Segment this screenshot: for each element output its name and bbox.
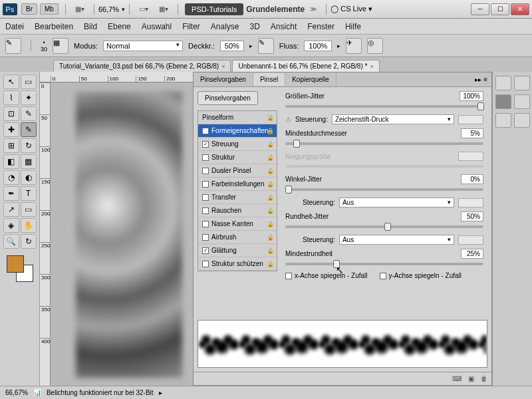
min-diameter-value[interactable]: 5% xyxy=(461,128,483,138)
arrange-icon[interactable]: ▦▾ xyxy=(159,5,168,13)
list-item[interactable]: ✓Formeigenschaften🔒 xyxy=(198,124,277,138)
tool-preset-icon[interactable]: ✎ xyxy=(5,38,21,54)
document-tab-1[interactable]: Tutorial_Variante_03.psd bei 66,7% (Eben… xyxy=(53,60,231,72)
tab-pinselvorgaben[interactable]: Pinselvorgaben xyxy=(194,73,253,86)
type-tool[interactable]: T xyxy=(21,186,37,201)
control-select[interactable]: Aus xyxy=(339,198,454,207)
dock-icon[interactable] xyxy=(495,113,511,128)
menu-auswahl[interactable]: Auswahl xyxy=(142,22,172,31)
toggle-preview-icon[interactable]: ⌨ xyxy=(452,375,462,382)
close-icon[interactable]: × xyxy=(221,63,225,70)
dock-icon[interactable] xyxy=(514,113,530,128)
menu-ansicht[interactable]: Ansicht xyxy=(271,22,297,31)
move-tool[interactable]: ↖ xyxy=(3,74,19,89)
workspace-tag[interactable]: PSD-Tutorials xyxy=(185,3,243,15)
preset-button[interactable]: Pinselvorgaben xyxy=(198,91,258,105)
flow-value[interactable]: 100% xyxy=(304,41,332,51)
list-item[interactable]: Nasse Kanten🔒 xyxy=(198,217,277,231)
tab-pinsel[interactable]: Pinsel xyxy=(253,73,285,86)
minibridge-button[interactable]: Mb xyxy=(40,3,59,15)
menu-bild[interactable]: Bild xyxy=(84,22,97,31)
brush-panel-toggle-icon[interactable]: ▦ xyxy=(53,38,68,54)
list-item[interactable]: Pinselform🔒 xyxy=(198,111,277,124)
blur-tool[interactable]: ◔ xyxy=(3,170,19,185)
zoom-level[interactable]: 66,7% xyxy=(98,5,119,13)
list-item[interactable]: ✓Streuung🔒 xyxy=(198,138,277,151)
wand-tool[interactable]: ✦ xyxy=(21,90,37,105)
zoom-tool[interactable]: 🔍 xyxy=(3,234,19,249)
color-swatch[interactable] xyxy=(7,255,33,282)
menu-bearbeiten[interactable]: Bearbeiten xyxy=(35,22,73,31)
angle-jitter-value[interactable]: 0% xyxy=(461,174,483,184)
status-zoom[interactable]: 66,67% xyxy=(5,389,28,396)
marquee-tool[interactable]: ▭ xyxy=(21,74,37,89)
brush-tool[interactable]: ✎ xyxy=(21,122,37,137)
close-button[interactable]: ✕ xyxy=(511,3,529,15)
list-item[interactable]: Farbeinstellungen🔒 xyxy=(198,178,277,191)
status-arrow-icon[interactable]: ▸ xyxy=(159,389,162,396)
rotate-tool[interactable]: ↻ xyxy=(21,234,37,249)
menu-3d[interactable]: 3D xyxy=(250,22,260,31)
heal-tool[interactable]: ✚ xyxy=(3,122,19,137)
size-jitter-slider[interactable] xyxy=(285,105,483,108)
list-item[interactable]: Dualer Pinsel🔒 xyxy=(198,164,277,178)
path-select-tool[interactable]: ↗ xyxy=(3,202,19,217)
list-item[interactable]: Struktur🔒 xyxy=(198,151,277,164)
panel-collapse-icon[interactable]: ▸▸ ≡ xyxy=(471,76,491,83)
tablet-opacity-icon[interactable]: ✎ xyxy=(258,38,274,54)
screen-mode-icon[interactable]: ▦▾ xyxy=(75,5,84,13)
cslive-button[interactable]: ◯ CS Live ▾ xyxy=(331,5,372,13)
dodge-tool[interactable]: ◐ xyxy=(21,170,37,185)
menu-fenster[interactable]: Fenster xyxy=(307,22,334,31)
flip-x-checkbox[interactable] xyxy=(285,273,292,279)
min-diameter-slider[interactable] xyxy=(285,142,483,145)
dock-icon[interactable] xyxy=(514,76,530,90)
menu-hilfe[interactable]: Hilfe xyxy=(345,22,361,31)
pen-tool[interactable]: ✒ xyxy=(3,186,19,201)
control-select[interactable]: Aus xyxy=(339,235,454,245)
list-item[interactable]: Rauschen🔒 xyxy=(198,204,277,217)
list-item[interactable]: Transfer🔒 xyxy=(198,191,277,204)
min-roundness-slider[interactable] xyxy=(285,263,483,265)
gradient-tool[interactable]: ▦ xyxy=(21,154,37,169)
menu-filter[interactable]: Filter xyxy=(182,22,200,31)
close-icon[interactable]: × xyxy=(370,63,373,70)
tablet-size-icon[interactable]: ◎ xyxy=(367,38,383,54)
minimize-button[interactable]: ─ xyxy=(471,3,489,15)
list-item[interactable]: Airbrush🔒 xyxy=(198,231,277,244)
dock-icon[interactable] xyxy=(495,76,511,90)
bridge-button[interactable]: Br xyxy=(21,3,37,15)
control-select[interactable]: Zeichenstift-Druck xyxy=(332,114,454,124)
workspace-name[interactable]: Grundelemente xyxy=(246,5,305,14)
dock-icon[interactable] xyxy=(495,94,511,109)
document-tab-2[interactable]: Unbenannt-1 bei 66,7% (Ebene 2, RGB/8) *… xyxy=(232,60,379,72)
menu-datei[interactable]: Datei xyxy=(5,22,24,31)
roundness-jitter-value[interactable]: 50% xyxy=(461,211,483,221)
3d-tool[interactable]: ◈ xyxy=(3,218,19,233)
maximize-button[interactable]: ☐ xyxy=(491,3,509,15)
crop-tool[interactable]: ⊡ xyxy=(3,106,19,121)
angle-jitter-slider[interactable] xyxy=(285,188,483,191)
size-jitter-value[interactable]: 100% xyxy=(460,91,483,101)
history-brush-tool[interactable]: ↻ xyxy=(21,138,37,153)
hand-tool[interactable]: ✋ xyxy=(21,218,37,233)
trash-icon[interactable]: 🗑 xyxy=(481,375,487,382)
chevrons-icon[interactable]: ≫ xyxy=(310,5,317,13)
stamp-tool[interactable]: ⊞ xyxy=(3,138,19,153)
new-preset-icon[interactable]: ▣ xyxy=(468,375,474,382)
airbrush-icon[interactable]: ✈ xyxy=(346,38,362,54)
tab-kopierquelle[interactable]: Kopierquelle xyxy=(285,73,336,86)
opacity-value[interactable]: 50% xyxy=(220,41,244,51)
mode-select[interactable]: Normal xyxy=(103,41,183,51)
roundness-jitter-slider[interactable] xyxy=(285,225,483,228)
min-roundness-value[interactable]: 25% xyxy=(461,249,483,259)
flip-y-checkbox[interactable] xyxy=(380,273,386,279)
lasso-tool[interactable]: ⌇ xyxy=(3,90,19,105)
view-extras-icon[interactable]: ▭▾ xyxy=(139,5,148,13)
menu-analyse[interactable]: Analyse xyxy=(211,22,239,31)
canvas[interactable] xyxy=(76,92,182,378)
menu-ebene[interactable]: Ebene xyxy=(108,22,131,31)
dock-icon[interactable] xyxy=(514,94,530,109)
list-item[interactable]: ✓Glättung🔒 xyxy=(198,244,277,257)
eyedropper-tool[interactable]: ✎ xyxy=(21,106,37,121)
